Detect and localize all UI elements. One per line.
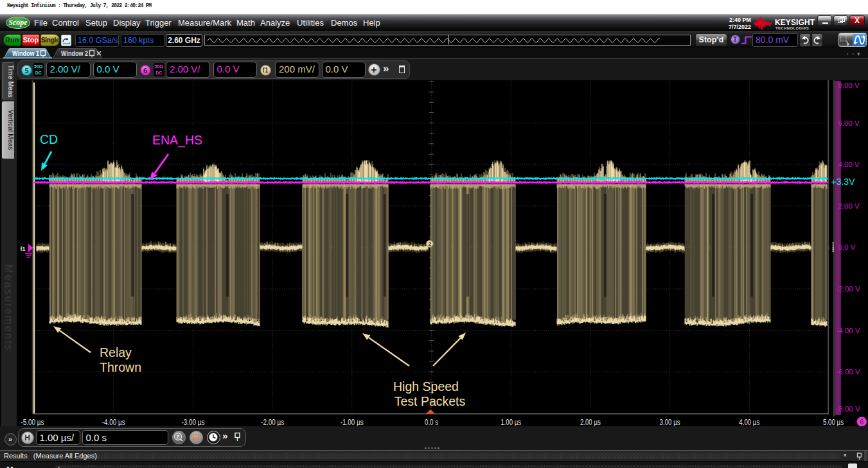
svg-text:-3.00 µs: -3.00 µs [181, 418, 204, 427]
svg-text:2.00 V: 2.00 V [838, 202, 860, 210]
svg-text:Relay: Relay [100, 345, 132, 360]
svg-text:-8.00 V: -8.00 V [837, 405, 860, 413]
svg-text:-4.00 µs: -4.00 µs [102, 418, 125, 427]
svg-text:-2.00 V: -2.00 V [837, 285, 860, 293]
svg-text:-5.00 µs: -5.00 µs [21, 418, 44, 427]
svg-text:-4.00 V: -4.00 V [837, 327, 860, 334]
svg-text:CD: CD [40, 132, 58, 146]
svg-text:Z: Z [176, 434, 179, 440]
svg-text:2: 2 [428, 241, 431, 247]
svg-text:Thrown: Thrown [100, 360, 141, 374]
svg-text:0.0 s: 0.0 s [425, 418, 438, 427]
svg-text:8.00 V: 8.00 V [838, 82, 860, 89]
svg-text:-1.00 µs: -1.00 µs [341, 418, 364, 427]
svg-text:+3.3V: +3.3V [831, 177, 855, 187]
svg-text:2.00 µs: 2.00 µs [580, 418, 601, 427]
svg-text:6: 6 [860, 418, 864, 426]
svg-text:Window 2: Window 2 [61, 50, 88, 57]
svg-text:-2.00 µs: -2.00 µs [261, 418, 284, 427]
svg-text:0.0 V: 0.0 V [838, 243, 856, 251]
svg-text:Window 1: Window 1 [12, 50, 39, 57]
svg-text:4.00 µs: 4.00 µs [739, 418, 759, 427]
svg-text:-6.00 V: -6.00 V [837, 368, 860, 376]
svg-text:f1: f1 [21, 246, 26, 252]
svg-text:Test Packets: Test Packets [394, 394, 466, 408]
svg-text:3.00 µs: 3.00 µs [660, 418, 680, 427]
svg-text:6.00 V: 6.00 V [838, 119, 860, 127]
svg-text:5.00 µs: 5.00 µs [823, 418, 844, 427]
svg-text:ENA_HS: ENA_HS [152, 133, 202, 148]
svg-text:High Speed: High Speed [393, 379, 459, 394]
svg-text:1.00 µs: 1.00 µs [500, 418, 521, 427]
svg-text:4.00 V: 4.00 V [838, 160, 860, 168]
